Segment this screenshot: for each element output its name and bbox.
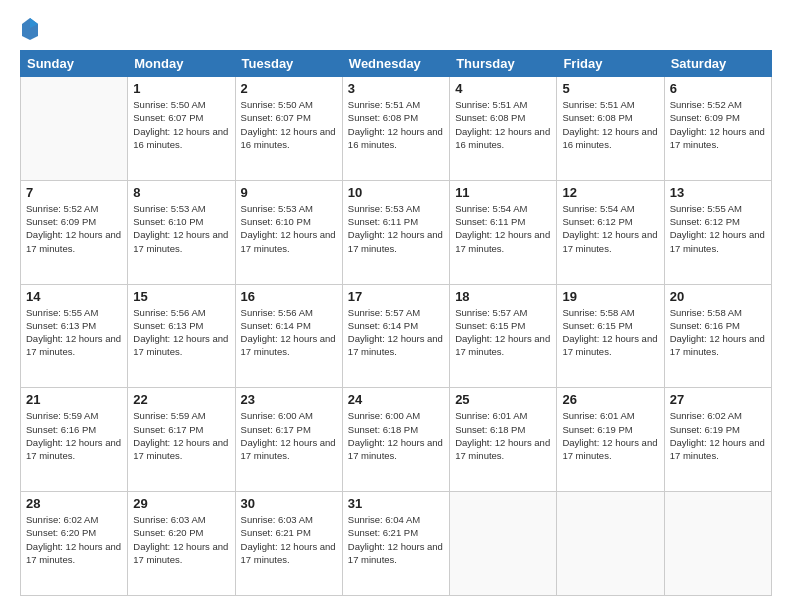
day-number: 4 <box>455 81 551 96</box>
calendar-week-row: 14Sunrise: 5:55 AMSunset: 6:13 PMDayligh… <box>21 284 772 388</box>
calendar-cell: 13Sunrise: 5:55 AMSunset: 6:12 PMDayligh… <box>664 180 771 284</box>
col-monday: Monday <box>128 51 235 77</box>
day-info: Sunrise: 5:52 AMSunset: 6:09 PMDaylight:… <box>670 98 766 151</box>
day-number: 20 <box>670 289 766 304</box>
day-info: Sunrise: 5:59 AMSunset: 6:16 PMDaylight:… <box>26 409 122 462</box>
calendar-cell: 23Sunrise: 6:00 AMSunset: 6:17 PMDayligh… <box>235 388 342 492</box>
day-number: 17 <box>348 289 444 304</box>
day-info: Sunrise: 5:58 AMSunset: 6:15 PMDaylight:… <box>562 306 658 359</box>
day-number: 7 <box>26 185 122 200</box>
page: Sunday Monday Tuesday Wednesday Thursday… <box>0 0 792 612</box>
calendar-cell: 30Sunrise: 6:03 AMSunset: 6:21 PMDayligh… <box>235 492 342 596</box>
day-info: Sunrise: 6:00 AMSunset: 6:17 PMDaylight:… <box>241 409 337 462</box>
day-info: Sunrise: 5:55 AMSunset: 6:12 PMDaylight:… <box>670 202 766 255</box>
day-number: 10 <box>348 185 444 200</box>
day-info: Sunrise: 5:51 AMSunset: 6:08 PMDaylight:… <box>348 98 444 151</box>
calendar-cell: 15Sunrise: 5:56 AMSunset: 6:13 PMDayligh… <box>128 284 235 388</box>
calendar-cell <box>21 77 128 181</box>
calendar-week-row: 1Sunrise: 5:50 AMSunset: 6:07 PMDaylight… <box>21 77 772 181</box>
calendar-cell: 5Sunrise: 5:51 AMSunset: 6:08 PMDaylight… <box>557 77 664 181</box>
day-info: Sunrise: 5:50 AMSunset: 6:07 PMDaylight:… <box>241 98 337 151</box>
day-info: Sunrise: 5:57 AMSunset: 6:14 PMDaylight:… <box>348 306 444 359</box>
calendar-cell: 17Sunrise: 5:57 AMSunset: 6:14 PMDayligh… <box>342 284 449 388</box>
day-info: Sunrise: 5:55 AMSunset: 6:13 PMDaylight:… <box>26 306 122 359</box>
day-number: 18 <box>455 289 551 304</box>
calendar-week-row: 28Sunrise: 6:02 AMSunset: 6:20 PMDayligh… <box>21 492 772 596</box>
logo-icon <box>20 16 40 40</box>
calendar-cell: 31Sunrise: 6:04 AMSunset: 6:21 PMDayligh… <box>342 492 449 596</box>
logo <box>20 16 44 40</box>
calendar-week-row: 21Sunrise: 5:59 AMSunset: 6:16 PMDayligh… <box>21 388 772 492</box>
day-number: 11 <box>455 185 551 200</box>
day-info: Sunrise: 6:03 AMSunset: 6:21 PMDaylight:… <box>241 513 337 566</box>
day-info: Sunrise: 6:02 AMSunset: 6:19 PMDaylight:… <box>670 409 766 462</box>
calendar-cell: 24Sunrise: 6:00 AMSunset: 6:18 PMDayligh… <box>342 388 449 492</box>
day-info: Sunrise: 5:53 AMSunset: 6:10 PMDaylight:… <box>133 202 229 255</box>
calendar-cell: 3Sunrise: 5:51 AMSunset: 6:08 PMDaylight… <box>342 77 449 181</box>
day-number: 8 <box>133 185 229 200</box>
day-info: Sunrise: 5:57 AMSunset: 6:15 PMDaylight:… <box>455 306 551 359</box>
day-info: Sunrise: 6:04 AMSunset: 6:21 PMDaylight:… <box>348 513 444 566</box>
calendar-cell <box>664 492 771 596</box>
col-friday: Friday <box>557 51 664 77</box>
calendar-cell: 18Sunrise: 5:57 AMSunset: 6:15 PMDayligh… <box>450 284 557 388</box>
day-number: 16 <box>241 289 337 304</box>
col-sunday: Sunday <box>21 51 128 77</box>
calendar-cell: 25Sunrise: 6:01 AMSunset: 6:18 PMDayligh… <box>450 388 557 492</box>
day-number: 24 <box>348 392 444 407</box>
calendar-cell: 6Sunrise: 5:52 AMSunset: 6:09 PMDaylight… <box>664 77 771 181</box>
day-number: 14 <box>26 289 122 304</box>
day-number: 21 <box>26 392 122 407</box>
calendar-cell: 11Sunrise: 5:54 AMSunset: 6:11 PMDayligh… <box>450 180 557 284</box>
day-info: Sunrise: 5:53 AMSunset: 6:11 PMDaylight:… <box>348 202 444 255</box>
calendar-cell: 4Sunrise: 5:51 AMSunset: 6:08 PMDaylight… <box>450 77 557 181</box>
day-number: 3 <box>348 81 444 96</box>
calendar-cell: 1Sunrise: 5:50 AMSunset: 6:07 PMDaylight… <box>128 77 235 181</box>
day-info: Sunrise: 6:01 AMSunset: 6:18 PMDaylight:… <box>455 409 551 462</box>
calendar-cell <box>557 492 664 596</box>
day-info: Sunrise: 6:02 AMSunset: 6:20 PMDaylight:… <box>26 513 122 566</box>
day-info: Sunrise: 6:03 AMSunset: 6:20 PMDaylight:… <box>133 513 229 566</box>
day-number: 26 <box>562 392 658 407</box>
day-number: 30 <box>241 496 337 511</box>
calendar-cell: 12Sunrise: 5:54 AMSunset: 6:12 PMDayligh… <box>557 180 664 284</box>
calendar-cell: 16Sunrise: 5:56 AMSunset: 6:14 PMDayligh… <box>235 284 342 388</box>
day-info: Sunrise: 5:56 AMSunset: 6:14 PMDaylight:… <box>241 306 337 359</box>
day-info: Sunrise: 5:52 AMSunset: 6:09 PMDaylight:… <box>26 202 122 255</box>
day-number: 15 <box>133 289 229 304</box>
day-info: Sunrise: 6:01 AMSunset: 6:19 PMDaylight:… <box>562 409 658 462</box>
day-info: Sunrise: 5:53 AMSunset: 6:10 PMDaylight:… <box>241 202 337 255</box>
calendar-cell: 29Sunrise: 6:03 AMSunset: 6:20 PMDayligh… <box>128 492 235 596</box>
day-info: Sunrise: 5:50 AMSunset: 6:07 PMDaylight:… <box>133 98 229 151</box>
day-info: Sunrise: 5:54 AMSunset: 6:11 PMDaylight:… <box>455 202 551 255</box>
col-wednesday: Wednesday <box>342 51 449 77</box>
day-number: 31 <box>348 496 444 511</box>
day-number: 5 <box>562 81 658 96</box>
header <box>20 16 772 40</box>
col-saturday: Saturday <box>664 51 771 77</box>
calendar-cell: 27Sunrise: 6:02 AMSunset: 6:19 PMDayligh… <box>664 388 771 492</box>
calendar-table: Sunday Monday Tuesday Wednesday Thursday… <box>20 50 772 596</box>
col-tuesday: Tuesday <box>235 51 342 77</box>
day-number: 28 <box>26 496 122 511</box>
calendar-cell: 10Sunrise: 5:53 AMSunset: 6:11 PMDayligh… <box>342 180 449 284</box>
col-thursday: Thursday <box>450 51 557 77</box>
day-number: 1 <box>133 81 229 96</box>
day-number: 29 <box>133 496 229 511</box>
day-number: 12 <box>562 185 658 200</box>
calendar-cell <box>450 492 557 596</box>
calendar-cell: 7Sunrise: 5:52 AMSunset: 6:09 PMDaylight… <box>21 180 128 284</box>
day-info: Sunrise: 5:54 AMSunset: 6:12 PMDaylight:… <box>562 202 658 255</box>
day-number: 19 <box>562 289 658 304</box>
calendar-cell: 9Sunrise: 5:53 AMSunset: 6:10 PMDaylight… <box>235 180 342 284</box>
day-number: 13 <box>670 185 766 200</box>
day-number: 6 <box>670 81 766 96</box>
calendar-cell: 19Sunrise: 5:58 AMSunset: 6:15 PMDayligh… <box>557 284 664 388</box>
calendar-cell: 21Sunrise: 5:59 AMSunset: 6:16 PMDayligh… <box>21 388 128 492</box>
day-info: Sunrise: 6:00 AMSunset: 6:18 PMDaylight:… <box>348 409 444 462</box>
day-info: Sunrise: 5:51 AMSunset: 6:08 PMDaylight:… <box>562 98 658 151</box>
day-number: 25 <box>455 392 551 407</box>
calendar-week-row: 7Sunrise: 5:52 AMSunset: 6:09 PMDaylight… <box>21 180 772 284</box>
calendar-cell: 2Sunrise: 5:50 AMSunset: 6:07 PMDaylight… <box>235 77 342 181</box>
day-number: 23 <box>241 392 337 407</box>
